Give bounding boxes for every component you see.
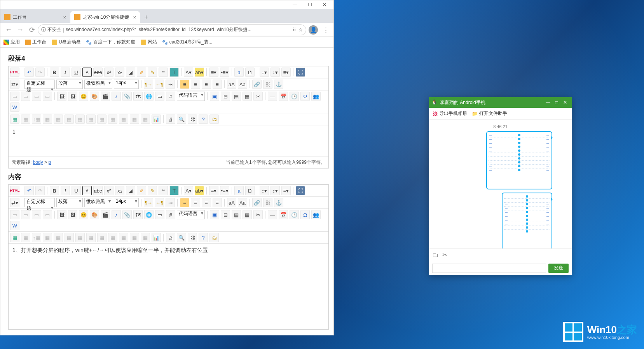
image-none-button[interactable]: ▭ — [10, 92, 19, 101]
snapscreen-button[interactable]: ✂ — [253, 210, 263, 219]
help-button[interactable]: ? — [199, 233, 208, 242]
unlink-button[interactable]: ⛓ — [263, 198, 272, 207]
insertparagraphbefore-button[interactable]: ↑▦ — [32, 233, 41, 242]
subscript-button[interactable]: x₂ — [115, 68, 124, 77]
direction-rtl-button[interactable]: ←¶ — [155, 80, 164, 89]
chat-image-message[interactable]: —— —— —— —— —— —— —— —— —— —— — [486, 131, 552, 189]
window-maximize-button[interactable]: ☐ — [302, 0, 317, 9]
searchreplace-button[interactable]: ⛓ — [188, 233, 197, 242]
emotion-button[interactable]: 😊 — [79, 92, 88, 101]
gmap-button[interactable]: 🌐 — [144, 210, 154, 219]
print-button[interactable]: 🖨 — [166, 115, 175, 124]
insertcode-button[interactable]: # — [166, 210, 175, 219]
undo-button[interactable]: ↶ — [24, 68, 34, 77]
justify-full-button[interactable]: ≡ — [213, 198, 222, 207]
apps-shortcut[interactable]: 应用 — [3, 39, 20, 45]
deleterow-button[interactable]: ▦ — [54, 233, 63, 242]
font-family-select[interactable]: 微软雅黑 — [84, 80, 112, 89]
indent-button[interactable]: ⇄▾ — [10, 80, 19, 89]
insertcol-button[interactable]: ▦ — [65, 115, 74, 124]
paragraph-select[interactable]: 段落 — [56, 198, 83, 207]
italic-button[interactable]: I — [61, 68, 70, 77]
anchor-button[interactable]: ⚓ — [274, 198, 283, 207]
browser-tab-active[interactable]: 之家-win10分屏快捷键 × — [70, 11, 140, 23]
attachment-button[interactable]: 📎 — [122, 92, 132, 101]
address-bar[interactable]: ⓘ 不安全 | seo.windows7en.com/index.php?r=s… — [38, 24, 306, 35]
blockquote-button[interactable]: ❝ — [159, 68, 168, 77]
selectall-button[interactable]: a — [234, 68, 244, 77]
unlink-button[interactable]: ⛓ — [263, 80, 272, 89]
window-minimize-button[interactable]: — — [288, 0, 302, 9]
image-center-button[interactable]: ▭ — [43, 92, 52, 101]
backcolor-button[interactable]: ab▾ — [195, 68, 204, 77]
mergecells-button[interactable]: ▦ — [86, 115, 96, 124]
word-import-button[interactable]: W — [10, 102, 19, 112]
undo-button[interactable]: ↶ — [24, 186, 34, 195]
webapp-button[interactable]: ▣ — [210, 210, 219, 219]
insertrow-button[interactable]: ▦ — [43, 115, 52, 124]
deleterow-button[interactable]: ▦ — [54, 115, 63, 124]
justify-center-button[interactable]: ≡ — [191, 198, 200, 207]
removeformat-button[interactable]: ◢ — [126, 186, 135, 195]
touppercase-button[interactable]: aA — [227, 80, 236, 89]
time-button[interactable]: 🕒 — [290, 92, 299, 101]
forecolor-button[interactable]: A▾ — [184, 68, 193, 77]
template-button[interactable]: ▤ — [232, 92, 241, 101]
print-button[interactable]: 🖨 — [166, 233, 175, 242]
direction-ltr-button[interactable]: ¶→ — [144, 80, 153, 89]
charts-button[interactable]: 📊 — [152, 115, 161, 124]
tab-close-button[interactable]: × — [133, 14, 136, 20]
music-button[interactable]: ♪ — [112, 210, 121, 219]
mergecells-button[interactable]: ▦ — [86, 233, 96, 242]
image-none-button[interactable]: ▭ — [10, 210, 19, 219]
redo-button[interactable]: ↷ — [35, 186, 45, 195]
link-button[interactable]: 🔗 — [252, 80, 262, 89]
deletetable-button[interactable]: ▦ — [21, 233, 30, 242]
fullscreen-button[interactable]: ⛶ — [296, 68, 305, 77]
chat-message-input[interactable] — [432, 264, 546, 273]
selectall-button[interactable]: a — [234, 186, 244, 195]
scrawl-button[interactable]: 🎨 — [90, 210, 99, 219]
chat-close-button[interactable]: ✕ — [561, 100, 569, 105]
folder-icon[interactable]: 🗀 — [432, 252, 438, 259]
redo-button[interactable]: ↷ — [35, 68, 45, 77]
date-button[interactable]: 📅 — [279, 210, 288, 219]
window-close-button[interactable]: ✕ — [317, 0, 332, 9]
insertframe-button[interactable]: ▭ — [155, 92, 164, 101]
wordimage-button[interactable]: 👥 — [311, 92, 321, 101]
insert-image-button[interactable]: 🖼 — [57, 210, 66, 219]
splitcols-button[interactable]: ▦ — [141, 233, 150, 242]
bookmark-star-icon[interactable]: ☆ — [298, 27, 303, 33]
splitcols-button[interactable]: ▦ — [141, 115, 150, 124]
background-button[interactable]: ▦ — [243, 92, 252, 101]
superscript-button[interactable]: x² — [104, 68, 113, 77]
horizontal-button[interactable]: — — [268, 210, 277, 219]
browser-tab[interactable]: 工作台 × — [0, 11, 70, 23]
background-button[interactable]: ▦ — [243, 210, 252, 219]
italic-button[interactable]: I — [61, 186, 70, 195]
heading-select[interactable]: 自定义标题 — [24, 80, 55, 89]
searchreplace-button[interactable]: ⛓ — [188, 115, 197, 124]
translate-icon[interactable]: ⠿ — [293, 27, 296, 33]
lineheight-button[interactable]: ≡▾ — [281, 68, 291, 77]
chat-maximize-button[interactable]: □ — [552, 100, 561, 105]
indent-button[interactable]: ⇥ — [166, 198, 175, 207]
justify-left-button[interactable]: ≡ — [180, 198, 189, 207]
deletecol-button[interactable]: ▦ — [75, 115, 85, 124]
ordered-list-button[interactable]: ≡▾ — [209, 68, 218, 77]
insertrow-button[interactable]: ▦ — [43, 233, 52, 242]
removeformat-button[interactable]: ◢ — [126, 68, 135, 77]
music-button[interactable]: ♪ — [112, 92, 121, 101]
ordered-list-button[interactable]: ≡▾ — [209, 186, 218, 195]
fullscreen-button[interactable]: ⛶ — [296, 186, 305, 195]
justify-full-button[interactable]: ≡ — [213, 80, 222, 89]
mergeright-button[interactable]: ▦ — [97, 115, 106, 124]
deletecol-button[interactable]: ▦ — [75, 233, 85, 242]
inserttable-button[interactable]: ▦ — [10, 115, 19, 124]
touppercase-button[interactable]: aA — [227, 198, 236, 207]
horizontal-button[interactable]: — — [268, 92, 277, 101]
image-right-button[interactable]: ▭ — [32, 210, 41, 219]
nav-back-button[interactable]: ← — [3, 24, 14, 36]
preview-button[interactable]: 🔍 — [177, 115, 186, 124]
user-avatar-button[interactable]: 👤 — [309, 25, 318, 35]
